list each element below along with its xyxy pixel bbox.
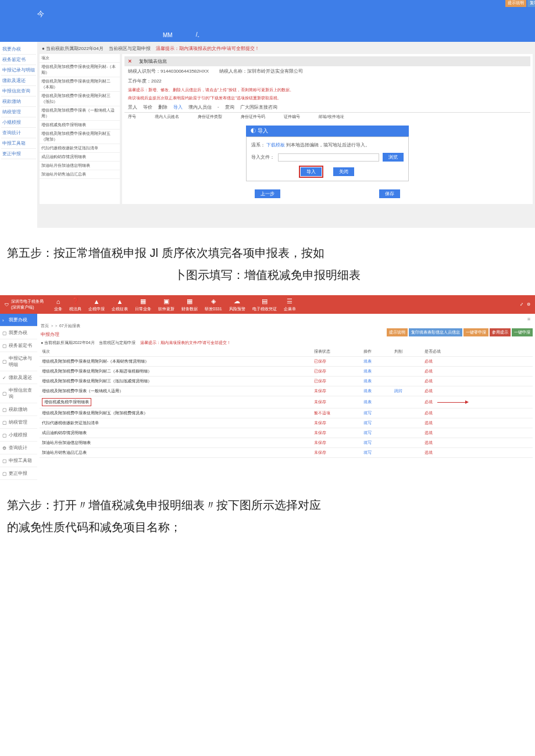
list-item[interactable]: 加油站月销售油品汇总表 (40, 170, 120, 179)
badge-ref[interactable]: 参用提示 (490, 328, 511, 336)
table-row[interactable]: 增值税及附加税费申报表使用附列材二（本期进项税额明细）已保存填表必填 (40, 367, 533, 377)
row-op-link[interactable]: 填写 (361, 409, 391, 418)
sidebar-item[interactable]: ✓缴款及退还 (0, 371, 37, 384)
table-row[interactable]: 增值税及附加税费申报表使用附列材三（抵扣抵减情况明细）已保存填表必填 (40, 377, 533, 386)
sidebar-item[interactable]: 税务鉴定书 (1, 55, 36, 65)
toolbar-item[interactable]: ⌂业务 (52, 298, 65, 312)
list-item[interactable]: 代扣代缴税收缴款凭证抵扣清单 (40, 144, 120, 153)
op-equiv[interactable]: 等价 (143, 104, 152, 110)
expand-icon[interactable]: ≡ (40, 316, 533, 322)
browse-button[interactable]: 浏览 (383, 153, 404, 162)
row-jump[interactable] (392, 448, 422, 458)
toolbar-item[interactable]: ▦财务数据 (179, 298, 200, 312)
row-jump[interactable] (392, 377, 422, 386)
sidebar-item[interactable]: 申报记录与明细 (1, 65, 36, 76)
list-item[interactable]: 增值税及附加税费申报表（一般纳税人适用） (40, 106, 120, 121)
toolbar-item[interactable]: ▣软件更新 (156, 298, 177, 312)
row-jump[interactable] (392, 428, 422, 438)
sidebar-item[interactable]: 税款缴纳 (1, 96, 36, 107)
sidebar-item[interactable]: 我要办税 (1, 44, 36, 55)
row-jump[interactable] (392, 367, 422, 377)
toolbar-item[interactable]: ◈研发0331 (202, 298, 224, 312)
row-op-link[interactable]: 填表 (361, 386, 391, 396)
file-input[interactable] (278, 153, 379, 162)
sidebar-item[interactable]: ▢申报工具箱 (0, 454, 37, 467)
import-button[interactable]: 导入 (301, 167, 322, 176)
op-import[interactable]: 导入 (173, 104, 183, 110)
list-item[interactable]: 增值税及附加税费申报表使用附列材二（本期） (40, 77, 120, 92)
row-jump[interactable]: 跳转 (392, 386, 422, 396)
close-button[interactable]: 关闭 (333, 167, 354, 176)
list-item[interactable]: 增值税及附加税费申报表使用附列材-（本期） (40, 63, 120, 77)
list-item[interactable]: 增值税减免税申报明细表 (40, 121, 120, 130)
row-jump[interactable] (392, 409, 422, 418)
sidebar-item[interactable]: 纳税管理 (1, 107, 36, 117)
list-item[interactable]: 加油站月份加油信息明细表 (40, 162, 120, 170)
row-jump[interactable] (392, 438, 422, 448)
badge-tip[interactable]: 提示说明 (387, 328, 408, 336)
toolbar-item[interactable]: ❓税法典 (67, 298, 84, 312)
sidebar-item[interactable]: 更正申报 (1, 149, 36, 159)
table-row[interactable]: 增值税减免税申报明细表未保存填表必填 (40, 396, 533, 409)
sidebar-item[interactable]: 小规模报 (1, 117, 36, 128)
row-op-link[interactable]: 填写 (361, 438, 391, 448)
toolbar-item[interactable]: ▦日常业务 (133, 298, 154, 312)
badge-onekey[interactable]: 一键申报 (512, 328, 533, 336)
close-icon[interactable]: ✕ (128, 59, 132, 64)
expand-icon[interactable]: ⤢ (520, 302, 523, 307)
tab-1[interactable]: MM (163, 32, 173, 38)
toolbar-item[interactable]: ▤电子税收凭证 (250, 298, 279, 312)
sidebar-item[interactable]: ▢纳税管理 (0, 416, 37, 429)
table-row[interactable]: 加油站月销售油品汇总表未保存填写选填 (40, 448, 533, 458)
row-jump[interactable] (392, 396, 422, 409)
sidebar-item[interactable]: ▢我要办税 (0, 327, 37, 339)
sidebar-item[interactable]: 申报信息查询 (1, 86, 36, 96)
sidebar-item[interactable]: 查询统计 (1, 128, 36, 138)
toolbar-item[interactable]: ☁风险预警 (227, 298, 248, 312)
row-jump[interactable] (392, 357, 422, 367)
row-op-link[interactable]: 填表 (361, 367, 391, 377)
sidebar-item[interactable]: ▢申报记录与明细 (0, 352, 37, 371)
row-op-link[interactable]: 填写 (361, 428, 391, 438)
row-op-link[interactable]: 填表 (361, 377, 391, 386)
tab-2[interactable]: /。 (196, 31, 204, 39)
table-row[interactable]: 增值税及附加税费申报表使用附列材五（附加税费情况表）暂不适项填写必填 (40, 409, 533, 418)
settings-icon[interactable]: ⚙ (527, 302, 530, 307)
badge-tip[interactable]: 提示说明 (505, 0, 526, 7)
sidebar-item[interactable]: ▢小规模报 (0, 429, 37, 442)
save-button[interactable]: 保存 (379, 189, 400, 198)
op-del[interactable]: 删除 (158, 104, 167, 110)
toolbar-item[interactable]: ▲企税征表 (109, 298, 130, 312)
op-query[interactable]: 意询 (225, 104, 234, 110)
toolbar-item[interactable]: ▲企税申报 (86, 298, 107, 312)
op-person[interactable]: 境内人员信 (188, 104, 212, 110)
table-row[interactable]: 增值税及附加税费申报表使用附列材-（本期销售情况明细）已保存填表必填 (40, 357, 533, 367)
sidebar-item[interactable]: 申报工具箱 (1, 138, 36, 149)
row-op-link[interactable]: 填写 (361, 448, 391, 458)
prev-button[interactable]: 上一步 (255, 189, 280, 198)
sidebar-item[interactable]: ⚙查询统计 (0, 442, 37, 454)
op-intl[interactable]: 广大国际直接咨询 (240, 104, 277, 110)
sidebar-item[interactable]: ▢申报信息查询 (0, 384, 37, 403)
table-row[interactable]: 加油站月份加油信息明细表未保存填写选填 (40, 438, 533, 448)
sidebar-item[interactable]: 缴款及退还 (1, 76, 36, 86)
sidebar-item[interactable]: ▢税务鉴定书 (0, 339, 37, 352)
download-template-link[interactable]: 下载模板 (266, 142, 285, 148)
row-jump[interactable] (392, 418, 422, 428)
row-op-link[interactable]: 填写 (361, 418, 391, 428)
row-op-link[interactable]: 填表 (361, 396, 391, 409)
list-item[interactable]: 增值税及附加税费申报表使用附列材三（抵扣） (40, 92, 120, 106)
row-op-link[interactable]: 填表 (361, 357, 391, 367)
table-row[interactable]: 代扣代缴税收缴款凭证抵扣清单未保存填写选填 (40, 418, 533, 428)
badge-copy[interactable]: 复印填表表彰信息人员信息 (409, 328, 462, 336)
list-item[interactable]: 增值税及附加税费申报表使用附列材五（附加） (40, 130, 120, 144)
badge-copy[interactable]: 复印填表表彰信息人员信息 (527, 0, 535, 7)
sidebar-item[interactable]: ▢更正申报 (0, 467, 37, 480)
list-item[interactable]: 成品油购销存情况明细表 (40, 153, 120, 162)
toolbar-item[interactable]: ☰企菜单 (281, 298, 298, 312)
badge-zero[interactable]: 一键零申报 (463, 328, 488, 336)
op-add[interactable]: 景人 (128, 104, 137, 110)
table-row[interactable]: 增值税及附加税费申报表（一般纳税人适用）未保存填表跳转必填 (40, 386, 533, 396)
table-row[interactable]: 成品油购销存情况明细表未保存填写选填 (40, 428, 533, 438)
sidebar-item[interactable]: ▢税款缴纳 (0, 403, 37, 416)
